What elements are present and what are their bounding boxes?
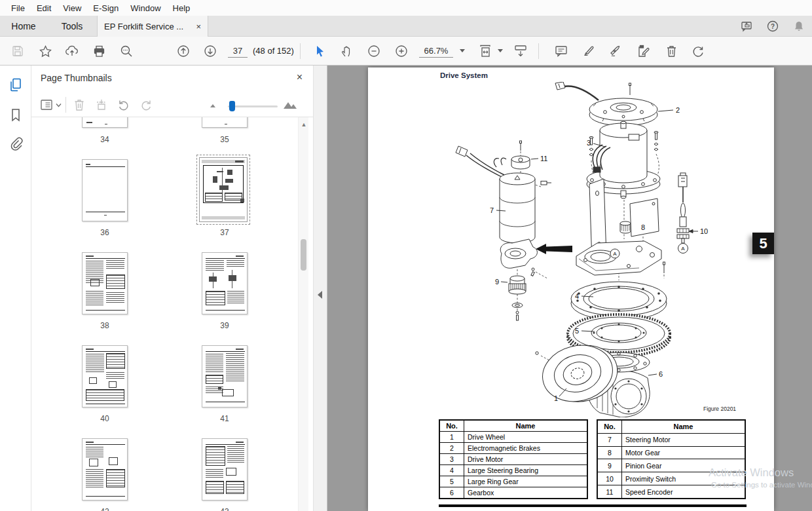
thumbnails-scrollbar[interactable]: ▲ (298, 117, 308, 511)
panel-toolbar-divider (65, 97, 66, 113)
collapse-panel-icon[interactable] (318, 291, 322, 299)
print-icon[interactable] (89, 42, 109, 60)
table-cell: Electromagnetic Brakes (464, 443, 588, 454)
help-icon[interactable]: ? (765, 18, 781, 34)
thumbnail-size-slider-handle[interactable] (229, 101, 235, 111)
menu-edit[interactable]: Edit (31, 3, 57, 13)
signature-pen-icon[interactable] (606, 42, 625, 60)
table-row: 2Electromagnetic Brakes (439, 443, 587, 454)
cloud-upload-icon[interactable] (62, 42, 82, 60)
table-cell: 9 (597, 459, 622, 472)
fit-width-icon[interactable] (475, 42, 495, 60)
thumbnail-page-39[interactable] (202, 252, 248, 314)
previous-page-icon[interactable] (174, 42, 193, 60)
toolbar-divider (538, 43, 539, 59)
single-page-view-icon[interactable] (511, 42, 530, 60)
search-icon[interactable] (117, 42, 136, 60)
menu-esign[interactable]: E-Sign (87, 3, 124, 13)
table-cell: 3 (439, 454, 464, 465)
zoom-in-icon[interactable] (392, 42, 411, 60)
thumbnail-page-41[interactable] (202, 345, 248, 407)
menu-window[interactable]: Window (124, 3, 166, 13)
tab-tools[interactable]: Tools (47, 16, 97, 37)
document-tab-label: EP Forklift Service ... (104, 22, 192, 31)
page-number-input[interactable]: 37 (228, 45, 248, 58)
tab-document[interactable]: EP Forklift Service ... × (97, 16, 208, 37)
thumbnail-number: 40 (79, 414, 130, 423)
panel-splitter[interactable] (313, 66, 327, 511)
zoom-out-icon[interactable] (364, 42, 384, 60)
table-cell: Drive Motor (464, 454, 588, 465)
fill-and-sign-icon[interactable] (633, 42, 653, 60)
page-heading: Drive System (440, 71, 488, 79)
tab-home[interactable]: Home (0, 16, 47, 37)
thumbnail-page-40[interactable] (82, 345, 128, 407)
thumbnail-page-38[interactable] (82, 252, 128, 314)
table-header-row: No.Name (439, 420, 587, 432)
reduce-thumbnail-size-icon[interactable] (206, 97, 223, 113)
figure-caption: Figure 20201 (703, 406, 736, 412)
table-row: 3Drive Motor (439, 454, 587, 465)
scrollbar-thumb[interactable] (301, 239, 306, 271)
next-page-icon[interactable] (200, 42, 220, 60)
menu-view[interactable]: View (57, 3, 87, 13)
thumbnail-number: 42 (79, 507, 130, 511)
thumbnail-page-34[interactable] (82, 117, 128, 128)
table-cell: Motor Gear (622, 446, 746, 459)
thumbnail-page-37[interactable] (199, 157, 248, 222)
tab-bar: Home Tools EP Forklift Service ... × ? (0, 16, 812, 37)
diagram-label-A: A (681, 246, 685, 252)
attachments-panel-icon[interactable] (8, 136, 24, 152)
diagram-label-A: A (613, 251, 617, 257)
thumbnail-size-slider-track[interactable] (228, 105, 278, 107)
rotate-counterclockwise-icon[interactable] (115, 97, 132, 113)
thumbnail-number: 34 (79, 135, 130, 144)
thumbnail-number: 37 (199, 228, 250, 237)
table-cell: Drive Wheel (464, 432, 588, 443)
diagram-label-1: 1 (554, 394, 558, 402)
scrollbar-up-arrow-icon[interactable]: ▲ (299, 121, 309, 128)
highlighter-icon[interactable] (579, 42, 599, 60)
zoom-level-value[interactable]: 66.7% (419, 45, 453, 58)
thumbnails-list: 34 35 36 (31, 117, 297, 511)
star-favorite-icon[interactable] (35, 42, 55, 60)
diagram-label-8: 8 (641, 223, 645, 231)
enlarge-thumbnail-size-icon[interactable] (282, 97, 299, 113)
table-header-row: No.Name (597, 420, 745, 433)
delete-pages-icon[interactable] (661, 42, 681, 60)
save-icon[interactable] (8, 42, 28, 60)
zoom-dropdown-caret-icon[interactable] (460, 49, 465, 52)
delete-page-icon[interactable] (71, 97, 88, 113)
hand-tool-icon[interactable] (337, 42, 357, 60)
select-tool-icon[interactable] (310, 42, 330, 60)
fit-dropdown-caret-icon[interactable] (498, 49, 503, 52)
panel-close-icon[interactable]: × (297, 71, 303, 83)
document-view[interactable]: Drive System (327, 66, 812, 511)
page-thumbnails-panel-icon[interactable] (8, 77, 24, 93)
menu-help[interactable]: Help (167, 3, 196, 13)
close-tab-icon[interactable]: × (192, 22, 201, 31)
table-header: No. (439, 420, 464, 432)
feedback-icon[interactable] (739, 18, 754, 34)
thumbnail-page-36[interactable] (82, 159, 128, 221)
main-toolbar: 37 (48 of 152) 66.7% (0, 37, 812, 66)
thumbnail-number: 35 (199, 135, 250, 144)
thumbnail-page-42[interactable] (82, 438, 128, 501)
acrobat-window: File Edit View E-Sign Window Help Home T… (0, 0, 812, 511)
thumbnail-number: 36 (79, 228, 130, 237)
rotate-page-icon[interactable] (688, 42, 708, 60)
thumbnail-options-icon[interactable] (39, 97, 63, 113)
thumbnail-number: 39 (199, 321, 250, 330)
extract-page-icon[interactable] (93, 97, 110, 113)
table-cell: Large Ring Gear (464, 476, 588, 487)
pdf-page: Drive System (368, 67, 774, 511)
comment-icon[interactable] (551, 42, 571, 60)
notifications-bell-icon[interactable] (791, 18, 807, 34)
thumbnail-page-35[interactable] (202, 117, 248, 128)
rotate-clockwise-icon[interactable] (138, 97, 155, 113)
table-cell: 6 (439, 487, 464, 499)
table-header: No. (597, 420, 622, 433)
menu-file[interactable]: File (5, 3, 31, 13)
thumbnail-page-43[interactable] (202, 438, 248, 501)
bookmarks-panel-icon[interactable] (8, 107, 24, 123)
